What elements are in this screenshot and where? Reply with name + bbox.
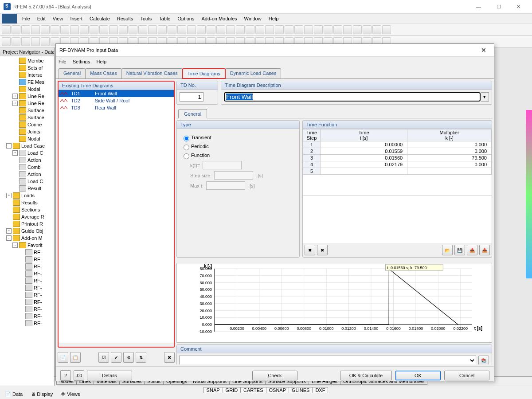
navigator-tree[interactable]: MembeSets ofInterseFE MesNodal+Line Re+L…: [0, 56, 54, 328]
tf-excel-export-button[interactable]: 📤: [479, 245, 490, 255]
radio-transient[interactable]: Transient: [181, 134, 295, 141]
close-button[interactable]: ✕: [509, 0, 528, 13]
status-toggle[interactable]: DXF: [312, 387, 328, 393]
tree-item[interactable]: Surface: [0, 114, 54, 121]
tree-item[interactable]: Nodal: [0, 135, 54, 142]
tree-item[interactable]: RF-: [0, 305, 54, 313]
nav-tab-views[interactable]: 👁 Views: [58, 390, 83, 398]
tree-item[interactable]: Result: [0, 185, 54, 192]
new-td-button[interactable]: 📄: [58, 352, 68, 363]
menu-edit[interactable]: Edit: [34, 15, 49, 22]
tab-general[interactable]: General: [59, 68, 86, 78]
tree-item[interactable]: RF-: [0, 277, 54, 284]
tree-item[interactable]: -Load Case: [0, 142, 54, 149]
nav-tab-display[interactable]: 🖥 Display: [27, 390, 56, 398]
tree-item[interactable]: Printout R: [0, 220, 54, 227]
tab-time-diagrams[interactable]: Time Diagrams: [182, 68, 226, 79]
tree-item[interactable]: Combi: [0, 164, 54, 171]
td-list-row[interactable]: TD1Front Wall: [59, 90, 174, 97]
tree-item[interactable]: RF-: [0, 270, 54, 277]
nav-tab-data[interactable]: 📄 Data: [2, 390, 26, 399]
minimize-button[interactable]: —: [469, 0, 489, 13]
menu-addon[interactable]: Add-on Modules: [198, 15, 240, 22]
td-no-input[interactable]: [180, 92, 203, 102]
menu-view[interactable]: View: [49, 15, 67, 22]
tree-item[interactable]: Joints: [0, 128, 54, 135]
tree-item[interactable]: Conne: [0, 121, 54, 128]
tree-item[interactable]: RF-: [0, 284, 54, 291]
status-toggle[interactable]: CARTES: [240, 387, 266, 393]
tree-item[interactable]: RF-: [0, 263, 54, 270]
tree-item[interactable]: +Load C: [0, 149, 54, 156]
menu-help[interactable]: Help: [265, 15, 282, 22]
tree-item[interactable]: RF-: [0, 298, 54, 305]
menu-calculate[interactable]: Calculate: [86, 15, 113, 22]
comment-input[interactable]: [179, 356, 476, 364]
tf-save-button[interactable]: 💾: [454, 245, 465, 255]
tree-item[interactable]: Average R: [0, 213, 54, 220]
dialog-menu-settings[interactable]: Settings: [73, 59, 90, 64]
dialog-menu-file[interactable]: File: [59, 59, 66, 64]
tf-import-button[interactable]: 📂: [442, 245, 453, 255]
tree-item[interactable]: Membe: [0, 57, 54, 64]
tab-mass-cases[interactable]: Mass Cases: [85, 68, 122, 78]
tree-item[interactable]: +Line Re: [0, 93, 54, 100]
tree-item[interactable]: Interse: [0, 71, 54, 78]
dialog-close-button[interactable]: ✕: [477, 46, 490, 55]
navigator-view-tabs[interactable]: 📄 Data 🖥 Display 👁 Views: [0, 389, 128, 399]
td-desc-dropdown[interactable]: ▾: [481, 92, 489, 102]
tree-item[interactable]: Load C: [0, 178, 54, 185]
tree-item[interactable]: Sections: [0, 206, 54, 213]
status-toggle[interactable]: GRID: [223, 387, 241, 393]
delete-td-button[interactable]: ✖: [164, 352, 175, 363]
tree-item[interactable]: Action: [0, 171, 54, 178]
copy-td-button[interactable]: 📋: [70, 352, 81, 363]
menu-table[interactable]: Table: [155, 15, 174, 22]
td-desc-input[interactable]: [224, 92, 481, 102]
maximize-button[interactable]: ☐: [489, 0, 509, 13]
tree-item[interactable]: +Guide Obj: [0, 227, 54, 235]
td-list-row[interactable]: TD2Side Wall / Roof: [59, 97, 174, 104]
dialog-menu-help[interactable]: Help: [96, 59, 106, 64]
radio-function[interactable]: Function: [181, 152, 295, 159]
tab-dlc[interactable]: Dynamic Load Cases: [225, 68, 282, 78]
radio-periodic[interactable]: Periodic: [181, 143, 295, 150]
tree-item[interactable]: Surface: [0, 107, 54, 114]
tree-item[interactable]: Results: [0, 199, 54, 206]
status-toggle[interactable]: OSNAP: [266, 387, 289, 393]
time-function-table[interactable]: TimeStepTimet [s]Multiplierk [-]10.00000…: [303, 129, 492, 175]
menu-tools[interactable]: Tools: [137, 15, 155, 22]
ok-calculate-button[interactable]: OK & Calculate: [340, 371, 392, 380]
td-list[interactable]: TD1Front WallTD2Side Wall / RoofTD3Rear …: [59, 90, 174, 343]
select-all-button[interactable]: ☑: [98, 352, 109, 363]
tab-nvc[interactable]: Natural Vibration Cases: [121, 68, 183, 78]
tools-button[interactable]: ⚙: [123, 352, 134, 363]
tree-item[interactable]: RF-: [0, 313, 54, 320]
subtab-general[interactable]: General: [178, 109, 207, 118]
tf-clear-button[interactable]: ✖: [317, 245, 328, 255]
tree-item[interactable]: RF-: [0, 256, 54, 263]
tree-item[interactable]: Sets of: [0, 64, 54, 71]
menu-results[interactable]: Results: [113, 15, 137, 22]
tree-item[interactable]: RF-: [0, 291, 54, 298]
cancel-button[interactable]: Cancel: [444, 371, 489, 380]
menu-file[interactable]: File: [19, 15, 34, 22]
tree-item[interactable]: FE Mes: [0, 78, 54, 86]
tree-item[interactable]: +Line Re: [0, 100, 54, 107]
td-list-row[interactable]: TD3Rear Wall: [59, 104, 174, 111]
tree-item[interactable]: -Add-on M: [0, 235, 54, 242]
details-button[interactable]: Details: [87, 371, 132, 380]
tf-delete-row-button[interactable]: ✖: [305, 245, 315, 255]
menu-options[interactable]: Options: [174, 15, 198, 22]
tree-item[interactable]: -Favorit: [0, 242, 54, 249]
tree-item[interactable]: RF-: [0, 320, 54, 327]
tree-item[interactable]: Action: [0, 156, 54, 164]
check-button[interactable]: Check: [252, 371, 297, 380]
status-toggle[interactable]: GLINES: [289, 387, 313, 393]
check-button-icon[interactable]: ✔: [111, 352, 121, 363]
tf-excel-import-button[interactable]: 📥: [467, 245, 477, 255]
tree-item[interactable]: +Loads: [0, 192, 54, 199]
comment-library-button[interactable]: 📚: [478, 356, 489, 365]
tree-item[interactable]: Nodal: [0, 86, 54, 93]
tree-item[interactable]: RF-: [0, 249, 54, 256]
